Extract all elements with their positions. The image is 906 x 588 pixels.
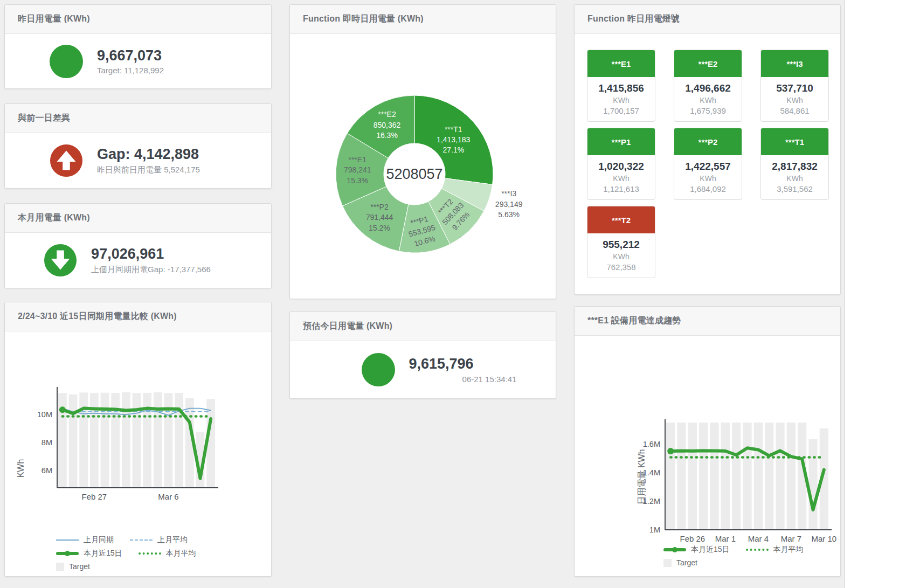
donut-label-i3: ***I3293,1495.63% (495, 189, 523, 220)
legend-item-green-dot[interactable]: 本月平均 (746, 545, 804, 555)
legend-label: 上月同期 (84, 535, 114, 545)
page-right-gutter (844, 0, 906, 588)
donut-label-p2: ***P2791,44415.2% (366, 202, 393, 233)
panel-yesterday-usage: 昨日用電量 (KWh) 9,667,073 Target: 11,128,992 (4, 4, 272, 89)
panel-title: 與前一日差異 (18, 113, 70, 124)
estimated-today-value: 9,615,796 (409, 356, 517, 372)
legend-swatch-green-line (663, 548, 686, 551)
tile-name: ***E1 (587, 50, 655, 77)
target-bar (732, 423, 741, 530)
donut-label-t1: ***T11,413,18327.1% (437, 124, 470, 156)
target-bar (133, 393, 141, 488)
donut-center-total: 5208057 (386, 166, 442, 183)
tile-name: ***I3 (761, 50, 828, 77)
arrow-down-icon (44, 244, 77, 277)
panel-status-lights-header[interactable]: Function 昨日用電燈號 (575, 5, 840, 34)
legend-label: 本月近15日 (691, 545, 730, 555)
y-tick-label: 8M (42, 438, 52, 447)
tile-unit: KWh (587, 96, 655, 105)
target-bar (101, 393, 109, 488)
target-bar (175, 393, 183, 488)
legend-swatch-green-line (56, 552, 79, 555)
legend-item-green-dot[interactable]: 本月平均 (139, 549, 196, 558)
target-bar (721, 423, 730, 530)
panel-title: 昨日用電量 (KWh) (18, 13, 90, 25)
panel-title: 本月用電量 (KWh) (18, 212, 90, 224)
tile-target: 1,121,613 (587, 184, 655, 193)
x-tick-label: Feb 27 (81, 492, 107, 501)
arrow-up-icon (50, 144, 83, 177)
status-tile-t2: ***T2955,212KWh762,358 (587, 206, 655, 278)
estimate-timestamp: 06-21 15:34:41 (409, 375, 517, 384)
tile-name: ***T2 (587, 206, 655, 233)
legend-item-green-line[interactable]: 本月近15日 (663, 545, 730, 555)
target-bar (111, 393, 120, 488)
tile-value: 2,817,832 (761, 161, 828, 172)
panel-e1-trend: ***E1 設備用電達成趨勢 日用電量 KWh 1M1.2M1.4M1.6MFe… (574, 306, 841, 577)
legend-swatch-target (663, 559, 672, 567)
target-bar (69, 395, 78, 488)
day-gap-subtitle: 昨日與前日用電量 5,524,175 (97, 165, 205, 175)
panel-month-usage: 本月用電量 (KWh) 97,026,961 上個月同期用電Gap: -17,3… (4, 203, 272, 288)
y-tick-label: 1.4M (643, 468, 660, 477)
status-circle-green (362, 353, 395, 386)
tile-target: 1,684,092 (674, 184, 742, 193)
panel-estimated-today-header[interactable]: 預估今日用電量 (KWh) (290, 312, 556, 341)
status-tile-p2: ***P21,422,557KWh1,684,092 (674, 128, 742, 200)
yesterday-usage-target: Target: 11,128,992 (97, 66, 205, 75)
series-start-marker (59, 406, 66, 413)
panel-e1-trend-header[interactable]: ***E1 設備用電達成趨勢 (575, 307, 840, 336)
target-bar (754, 423, 763, 530)
status-tile-t1: ***T12,817,832KWh3,591,562 (760, 128, 829, 200)
target-bar (699, 423, 708, 530)
panel-15day-comparison-header[interactable]: 2/24~3/10 近15日同期用電量比較 (KWh) (5, 302, 271, 331)
panel-15day-comparison: 2/24~3/10 近15日同期用電量比較 (KWh) KWh 6M8M10MF… (4, 302, 272, 577)
legend-swatch-blue-dash (130, 539, 153, 541)
panel-day-gap-header[interactable]: 與前一日差異 (5, 104, 271, 133)
day-gap-value: Gap: 4,142,898 (97, 146, 205, 163)
tile-value: 955,212 (587, 239, 655, 251)
legend-swatch-target (56, 563, 64, 571)
target-bar (677, 423, 686, 530)
tile-unit: KWh (587, 252, 655, 261)
series-start-marker (667, 448, 674, 454)
donut-label-e1: ***E1798,24115.3% (344, 155, 371, 186)
target-bar (122, 392, 130, 488)
y-tick-label: 10M (37, 410, 52, 419)
x-tick-label: Mar 1 (715, 534, 736, 543)
tile-target: 762,358 (587, 262, 655, 272)
x-tick-label: Mar 10 (811, 534, 836, 543)
legend-item-target[interactable]: Target (56, 562, 90, 571)
status-circle-green (50, 45, 83, 78)
tile-unit: KWh (761, 174, 828, 183)
status-tile-i3: ***I3537,710KWh584,861 (760, 50, 829, 122)
legend-label: 上月平均 (157, 535, 188, 545)
tile-value: 1,415,856 (587, 82, 655, 94)
x-tick-label: Mar 7 (781, 534, 801, 543)
legend-label: Target (676, 558, 697, 567)
legend-item-target[interactable]: Target (663, 558, 697, 567)
comparison-chart-canvas[interactable]: 6M8M10MFeb 27Mar 6 (24, 383, 256, 534)
status-tile-e1: ***E11,415,856KWh1,700,157 (587, 50, 655, 122)
status-tile-e2: ***E21,496,662KWh1,675,939 (674, 50, 742, 122)
legend-swatch-green-dot (139, 552, 161, 555)
legend-item-blue-line[interactable]: 上月同期 (56, 535, 114, 545)
x-tick-label: Feb 26 (680, 534, 705, 543)
panel-realtime-donut-header[interactable]: Function 即時日用電量 (KWh) (290, 5, 556, 34)
tile-value: 1,496,662 (674, 82, 742, 94)
panel-yesterday-usage-header[interactable]: 昨日用電量 (KWh) (5, 5, 271, 34)
tile-target: 3,591,562 (761, 184, 828, 193)
trend-chart-canvas[interactable]: 1M1.2M1.4M1.6MFeb 26Mar 1Mar 4Mar 7Mar 1… (628, 404, 840, 547)
panel-day-gap: 與前一日差異 Gap: 4,142,898 昨日與前日用電量 5,524,175 (4, 103, 272, 189)
tile-unit: KWh (587, 174, 655, 183)
donut-label-e2: ***E2850,36216.3% (374, 109, 401, 141)
legend-swatch-blue-line (56, 539, 79, 541)
legend-label: Target (69, 562, 90, 571)
status-tile-grid: ***E11,415,856KWh1,700,157***E21,496,662… (575, 34, 840, 278)
legend-item-blue-dash[interactable]: 上月平均 (130, 535, 188, 545)
panel-title: Function 即時日用電量 (KWh) (303, 13, 424, 25)
target-bar (154, 392, 162, 488)
legend-item-green-line[interactable]: 本月近15日 (56, 549, 122, 558)
panel-month-usage-header[interactable]: 本月用電量 (KWh) (5, 204, 271, 233)
tile-target: 1,700,157 (587, 106, 655, 115)
